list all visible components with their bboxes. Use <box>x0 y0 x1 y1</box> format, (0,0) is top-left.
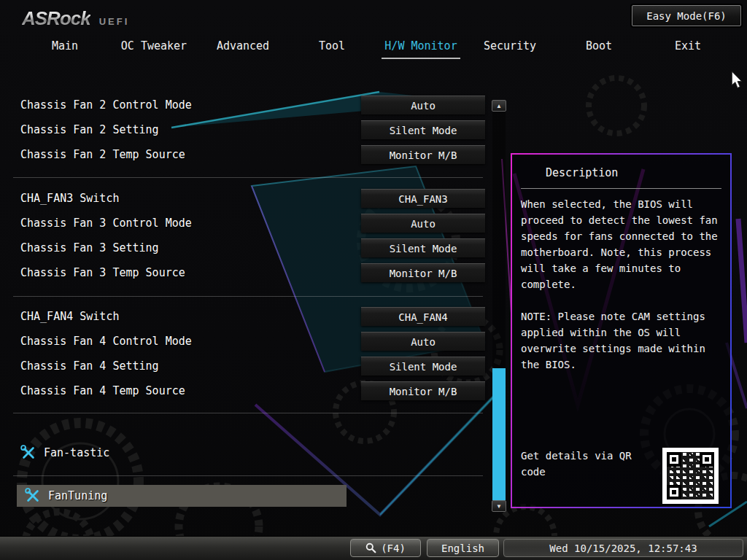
setting-label: Chassis Fan 4 Control Mode <box>20 335 192 348</box>
setting-row: Chassis Fan 2 Setting Silent Mode <box>0 120 490 139</box>
scrollbar-thumb[interactable] <box>492 368 506 500</box>
tool-label: Fan-tastic <box>44 446 109 459</box>
setting-row: Chassis Fan 4 Control Mode Auto <box>0 332 490 351</box>
mouse-cursor <box>730 71 743 89</box>
setting-value-dropdown[interactable]: Auto <box>361 332 485 351</box>
setting-value-dropdown[interactable]: CHA_FAN3 <box>361 189 485 208</box>
setting-value-dropdown[interactable]: Auto <box>361 96 485 114</box>
qr-caption: Get details via QR code <box>521 448 649 480</box>
tab-hw-monitor[interactable]: H/W Monitor <box>376 36 465 63</box>
status-bar: (F4) English Wed 10/15/2025, 12:57:43 <box>0 536 747 560</box>
asrock-logo: ASRock UEFI <box>22 7 129 30</box>
tool-label: FanTuning <box>48 489 107 502</box>
tab-advanced[interactable]: Advanced <box>198 36 287 63</box>
setting-value-dropdown[interactable]: Monitor M/B <box>361 145 485 164</box>
setting-value-dropdown[interactable]: Silent Mode <box>361 120 485 139</box>
setting-row: Chassis Fan 3 Temp Source Monitor M/B <box>0 263 490 282</box>
setting-label: Chassis Fan 2 Setting <box>20 123 159 136</box>
setting-label: Chassis Fan 3 Setting <box>20 241 159 254</box>
setting-row: Chassis Fan 4 Setting Silent Mode <box>0 357 490 376</box>
group-separator <box>13 177 483 178</box>
language-button[interactable]: English <box>427 539 499 557</box>
setting-label: CHA_FAN3 Switch <box>20 192 119 205</box>
brand-text: ASRock <box>22 7 90 30</box>
search-hotkey-label: (F4) <box>381 542 406 554</box>
description-divider <box>521 188 721 189</box>
setting-row: Chassis Fan 3 Control Mode Auto <box>0 214 490 233</box>
group-separator <box>13 296 483 297</box>
setting-label: Chassis Fan 2 Control Mode <box>20 98 192 112</box>
top-menu: Main OC Tweaker Advanced Tool H/W Monito… <box>20 36 732 63</box>
tools-icon <box>25 488 41 504</box>
description-note: NOTE: Please note CAM settings applied w… <box>521 308 721 373</box>
setting-row: Chassis Fan 2 Temp Source Monitor M/B <box>0 145 490 164</box>
setting-row: CHA_FAN3 Switch CHA_FAN3 <box>0 189 490 208</box>
tab-exit[interactable]: Exit <box>643 36 732 63</box>
description-body: When selected, the BIOS will proceed to … <box>521 196 721 292</box>
setting-row: Chassis Fan 3 Setting Silent Mode <box>0 238 490 257</box>
setting-row: Chassis Fan 4 Temp Source Monitor M/B <box>0 381 490 400</box>
fantuning-item-selected[interactable]: FanTuning <box>17 485 347 507</box>
setting-value-dropdown[interactable]: Silent Mode <box>361 357 485 376</box>
tab-oc-tweaker[interactable]: OC Tweaker <box>109 36 198 63</box>
setting-label: Chassis Fan 4 Temp Source <box>20 384 185 397</box>
qr-section: Get details via QR code <box>521 448 719 504</box>
setting-label: Chassis Fan 4 Setting <box>20 359 159 373</box>
qr-finder-icon <box>667 452 681 467</box>
scrollbar: ▲ ▼ <box>492 100 506 513</box>
setting-label: Chassis Fan 3 Control Mode <box>20 217 192 230</box>
setting-value-dropdown[interactable]: Silent Mode <box>361 238 485 257</box>
setting-value-dropdown[interactable]: Auto <box>361 214 485 233</box>
setting-value-dropdown[interactable]: CHA_FAN4 <box>361 307 485 326</box>
setting-value-dropdown[interactable]: Monitor M/B <box>361 263 485 282</box>
tab-tool[interactable]: Tool <box>287 36 376 63</box>
bios-screen: ASRock UEFI Easy Mode(F6) Main OC Tweake… <box>0 0 747 560</box>
tools-icon <box>20 445 36 461</box>
tab-security[interactable]: Security <box>465 36 554 63</box>
scroll-down-button[interactable]: ▼ <box>492 500 506 512</box>
setting-value-dropdown[interactable]: Monitor M/B <box>361 381 485 400</box>
qr-finder-icon <box>667 485 681 499</box>
datetime-display: Wed 10/15/2025, 12:57:43 <box>503 539 743 557</box>
setting-row: Chassis Fan 2 Control Mode Auto <box>0 96 490 114</box>
search-button[interactable]: (F4) <box>350 539 421 557</box>
setting-label: CHA_FAN4 Switch <box>20 310 119 323</box>
tab-boot[interactable]: Boot <box>554 36 643 63</box>
easy-mode-button[interactable]: Easy Mode(F6) <box>632 5 741 26</box>
setting-label: Chassis Fan 3 Temp Source <box>20 266 185 279</box>
setting-label: Chassis Fan 2 Temp Source <box>20 148 185 161</box>
scroll-up-button[interactable]: ▲ <box>492 100 506 112</box>
description-title: Description <box>546 166 721 179</box>
qr-finder-icon <box>700 452 714 467</box>
setting-row: CHA_FAN4 Switch CHA_FAN4 <box>0 307 490 326</box>
search-icon <box>365 542 376 553</box>
tab-main[interactable]: Main <box>20 36 109 63</box>
description-panel: Description When selected, the BIOS will… <box>511 153 732 508</box>
fan-tastic-item[interactable]: Fan-tastic <box>20 442 109 464</box>
group-separator <box>13 475 483 476</box>
qr-code <box>662 448 719 504</box>
group-separator <box>13 413 483 413</box>
uefi-text: UEFI <box>99 16 130 27</box>
